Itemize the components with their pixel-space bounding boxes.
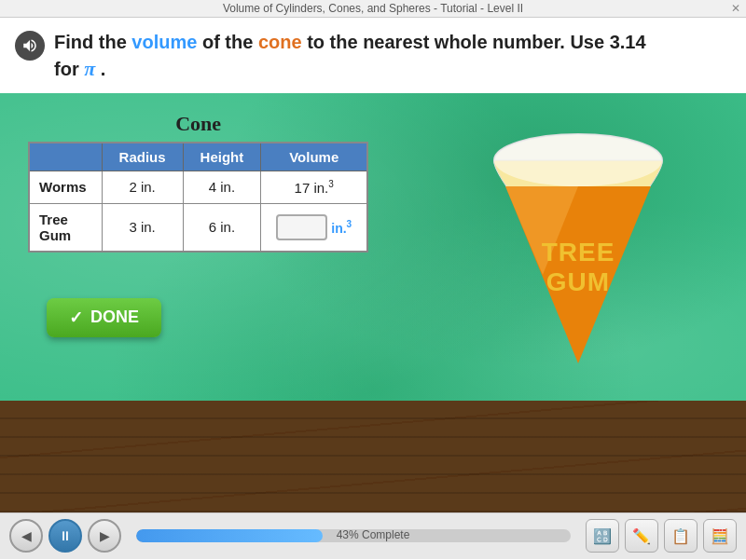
calculator-icon: 🧮 [711,527,729,545]
svg-text:TREE: TREE [542,238,615,266]
table-row: Worms 2 in. 4 in. 17 in.3 [29,171,367,203]
row-treegum-volume: in.3 [261,203,367,252]
svg-text:GUM: GUM [546,267,610,296]
cone-svg: TREE GUM [485,112,671,373]
cone-illustration: TREE GUM [485,112,671,376]
back-button[interactable]: ◀ [9,519,43,553]
row-treegum-height: 6 in. [183,203,261,252]
forward-button[interactable]: ▶ [88,519,121,553]
row-treegum-radius: 3 in. [102,203,183,252]
row-worms-height: 4 in. [183,171,261,203]
progress-bar-fill [136,529,323,542]
title-text: Volume of Cylinders, Cones, and Spheres … [223,2,523,15]
pause-button[interactable]: ⏸ [48,519,82,553]
clipboard-tool-button[interactable]: 📋 [664,519,698,553]
progress-text: 43% Complete [337,528,410,541]
table-title: Cone [28,112,368,136]
calculator-tool-button[interactable]: 🧮 [703,519,737,553]
row-worms-volume: 17 in.3 [261,171,367,203]
cone-table: Radius Height Volume Worms 2 in. 4 in. 1… [28,142,368,253]
row-label-worms: Worms [29,171,102,203]
main-content: Cone Radius Height Volume Worms 2 in. 4 … [0,93,746,512]
col-header-volume: Volume [261,143,367,171]
done-label: DONE [90,307,139,327]
svg-point-1 [494,134,662,186]
bottom-toolbar: ◀ ⏸ ▶ 43% Complete 🔠 ✏️ 📋 🧮 [0,512,746,559]
close-button[interactable]: ✕ [731,2,740,15]
text-tool-icon: 🔠 [593,527,612,545]
done-checkmark: ✓ [69,307,83,328]
pencil-tool-button[interactable]: ✏️ [625,519,658,553]
col-header-radius: Radius [102,143,183,171]
text-tool-button[interactable]: 🔠 [586,519,619,553]
table-row: Tree Gum 3 in. 6 in. in.3 [29,203,367,252]
question-area: Find the volume of the cone to the neare… [0,18,746,93]
speaker-button[interactable] [15,31,45,61]
speaker-icon [21,37,38,54]
col-header-empty [29,143,102,171]
pencil-icon: ✏️ [632,527,651,545]
volume-answer-input[interactable] [276,214,327,240]
done-button[interactable]: ✓ DONE [47,298,161,337]
row-label-treegum: Tree Gum [29,203,102,252]
col-header-height: Height [183,143,261,171]
wood-floor [0,401,746,512]
question-text: Find the volume of the cone to the neare… [54,29,646,84]
clipboard-icon: 📋 [671,527,690,545]
row-worms-radius: 2 in. [102,171,183,203]
title-bar: Volume of Cylinders, Cones, and Spheres … [0,0,746,18]
table-container: Cone Radius Height Volume Worms 2 in. 4 … [28,112,368,253]
